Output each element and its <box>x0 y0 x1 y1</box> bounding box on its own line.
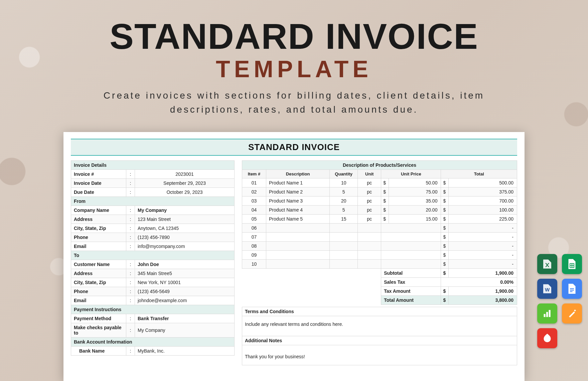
currency: $ <box>441 242 449 251</box>
svg-text:W: W <box>545 287 550 292</box>
kv-row: Customer Name:John Doe <box>71 260 235 269</box>
word-icon[interactable]: W <box>537 279 557 299</box>
item-unit <box>358 260 381 269</box>
currency: $ <box>441 224 449 233</box>
salestax-label: Sales Tax <box>381 278 441 287</box>
colon: : <box>126 269 135 278</box>
colon: : <box>126 215 135 224</box>
item-desc <box>266 224 330 233</box>
svg-rect-9 <box>549 310 551 317</box>
kv-row: City, State, Zip:Anytown, CA 12345 <box>71 224 235 233</box>
kv-label: City, State, Zip <box>71 224 126 233</box>
item-no: 09 <box>242 251 266 260</box>
item-total: 100.00 <box>449 206 517 215</box>
item-desc: Product Name 4 <box>266 206 330 215</box>
item-no: 02 <box>242 187 266 197</box>
kv-value: Anytown, CA 12345 <box>135 224 235 233</box>
item-no: 07 <box>242 233 266 242</box>
tagline-line-1: Create invoices with sections for billin… <box>104 90 484 101</box>
item-total: - <box>449 251 517 260</box>
google-sheets-icon[interactable] <box>562 254 582 274</box>
item-qty: 15 <box>330 215 358 224</box>
item-price <box>381 242 441 251</box>
terms-body: Include any relevant terms and condition… <box>242 316 517 336</box>
currency: $ <box>441 233 449 242</box>
colon: : <box>126 347 135 356</box>
item-unit: pc <box>358 197 381 206</box>
pages-icon[interactable] <box>562 303 582 324</box>
left-column: Invoice Details Invoice #:2023001Invoice… <box>71 160 235 365</box>
item-qty <box>330 224 358 233</box>
item-no: 06 <box>242 224 266 233</box>
to-header: To <box>71 251 235 260</box>
kv-value: 345 Main Stree5 <box>135 269 235 278</box>
invoice-sheet: STANDARD INVOICE Invoice Details Invoice… <box>63 132 525 381</box>
kv-label: Email <box>71 296 126 305</box>
item-qty: 5 <box>330 187 358 197</box>
page-subtitle: TEMPLATE <box>0 56 588 83</box>
item-price: 15.00 <box>389 215 441 224</box>
google-docs-icon[interactable] <box>562 279 582 299</box>
item-no: 04 <box>242 206 266 215</box>
kv-row: City, State, Zip:New York, NY 10001 <box>71 278 235 287</box>
kv-label: Phone <box>71 287 126 296</box>
colon: : <box>126 224 135 233</box>
item-price <box>381 224 441 233</box>
colon: : <box>126 278 135 287</box>
item-row: 08$- <box>242 242 517 251</box>
items-table: Description of Products/Services Item # … <box>242 160 517 305</box>
kv-value: My Company <box>135 206 235 215</box>
kv-label: Address <box>71 215 126 224</box>
kv-label: Customer Name <box>71 260 126 269</box>
item-desc: Product Name 5 <box>266 215 330 224</box>
item-unit <box>358 233 381 242</box>
currency: $ <box>441 251 449 260</box>
item-unit: pc <box>358 178 381 187</box>
item-price <box>381 233 441 242</box>
currency: $ <box>381 178 389 187</box>
svg-rect-8 <box>546 312 548 317</box>
svg-rect-5 <box>570 290 574 290</box>
item-total: 500.00 <box>449 178 517 187</box>
item-price: 20.00 <box>389 206 441 215</box>
excel-icon[interactable] <box>537 254 557 274</box>
right-column: Description of Products/Services Item # … <box>242 160 517 365</box>
currency: $ <box>441 269 449 278</box>
tagline-line-2: descriptions, rates, and total amounts d… <box>170 104 418 115</box>
item-price: 35.00 <box>389 197 441 206</box>
item-no: 03 <box>242 197 266 206</box>
colon: : <box>126 179 135 188</box>
kv-row: Company Name:My Company <box>71 206 235 215</box>
item-qty: 5 <box>330 206 358 215</box>
kv-row: Invoice #:2023001 <box>71 170 235 179</box>
item-total: - <box>449 224 517 233</box>
item-row: 05Product Name 515pc$15.00$225.00 <box>242 215 517 224</box>
kv-row: Invoice Date:September 29, 2023 <box>71 179 235 188</box>
item-desc <box>266 233 330 242</box>
kv-row: Payment Method:Bank Transfer <box>71 314 235 323</box>
currency: $ <box>441 206 449 215</box>
kv-label: Payment Method <box>71 314 126 323</box>
terms-header: Terms and Conditions <box>242 307 517 316</box>
svg-rect-4 <box>570 288 574 289</box>
kv-label: Phone <box>71 233 126 242</box>
terms-table: Terms and Conditions Include any relevan… <box>242 307 517 365</box>
item-no: 08 <box>242 242 266 251</box>
item-unit <box>358 242 381 251</box>
kv-value: September 29, 2023 <box>135 179 235 188</box>
numbers-icon[interactable] <box>537 303 557 324</box>
item-total: 375.00 <box>449 187 517 197</box>
pdf-icon[interactable] <box>537 328 557 348</box>
currency: $ <box>441 187 449 197</box>
item-row: 03Product Name 320pc$35.00$700.00 <box>242 197 517 206</box>
kv-label: Bank Name <box>71 347 126 356</box>
notes-body: Thank you for your business! <box>242 345 517 365</box>
kv-row: Email:info@mycompany.com <box>71 242 235 251</box>
kv-label: Due Date <box>71 188 126 197</box>
total-value: 3,800.00 <box>449 296 517 305</box>
item-unit <box>358 251 381 260</box>
tagline: Create invoices with sections for billin… <box>0 89 588 117</box>
kv-label: Invoice # <box>71 170 126 179</box>
kv-value: John Doe <box>135 260 235 269</box>
item-no: 01 <box>242 178 266 187</box>
